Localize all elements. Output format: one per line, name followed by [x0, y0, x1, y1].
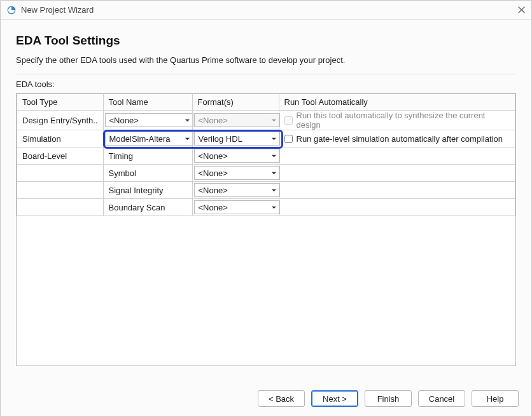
cell-tool-type-empty: [17, 182, 104, 199]
col-header-tool-name: Tool Name: [103, 94, 192, 111]
section-label: EDA tools:: [16, 79, 516, 89]
empty-cell: [279, 165, 515, 182]
close-icon[interactable]: [518, 6, 525, 15]
page-description: Specify the other EDA tools used with th…: [16, 55, 516, 65]
chevron-down-icon: [271, 205, 277, 210]
simulation-toolname-value: ModelSim-Altera: [109, 134, 171, 144]
cell-tool-type-empty: [17, 165, 104, 182]
design-entry-toolname-value: <None>: [109, 116, 139, 125]
empty-cell: [279, 199, 515, 216]
titlebar: New Project Wizard: [1, 1, 531, 20]
separator: [16, 74, 516, 74]
board-boundary-format-select[interactable]: <None>: [194, 200, 280, 214]
design-entry-format-value: <None>: [199, 116, 228, 125]
chevron-down-icon: [185, 118, 190, 123]
wizard-footer: < Back Next > Finish Cancel Help: [1, 381, 531, 416]
simulation-run-cell: Run gate-level simulation automatically …: [279, 134, 515, 144]
board-sub-label: Signal Integrity: [103, 182, 192, 199]
chevron-down-icon: [185, 136, 190, 142]
app-icon: [7, 6, 16, 15]
empty-cell: [279, 147, 515, 165]
wizard-window: New Project Wizard EDA Tool Settings Spe…: [0, 0, 532, 417]
back-button[interactable]: < Back: [258, 390, 305, 407]
board-symbol-format-select[interactable]: <None>: [194, 166, 280, 180]
simulation-run-checkbox[interactable]: [284, 135, 293, 143]
finish-button[interactable]: Finish: [365, 390, 412, 407]
cancel-button[interactable]: Cancel: [418, 390, 465, 407]
row-board-sigint: Signal Integrity <None>: [17, 182, 515, 199]
simulation-format-value: Verilog HDL: [199, 134, 242, 144]
simulation-format-select[interactable]: Verilog HDL: [194, 132, 280, 146]
board-boundary-format-value: <None>: [199, 203, 228, 212]
board-sigint-format-select[interactable]: <None>: [194, 183, 280, 197]
col-header-tool-type: Tool Type: [17, 94, 104, 111]
row-board-timing: Board-Level Timing <None>: [17, 147, 515, 165]
board-sub-label: Timing: [103, 147, 192, 165]
simulation-run-label: Run gate-level simulation automatically …: [297, 134, 503, 144]
content-area: EDA Tool Settings Specify the other EDA …: [1, 20, 531, 381]
col-header-formats: Format(s): [192, 94, 279, 111]
empty-cell: [279, 182, 515, 199]
cell-tool-type-empty: [17, 199, 104, 216]
design-entry-run-cell: Run this tool automatically to synthesiz…: [279, 111, 515, 130]
eda-tools-table: Tool Type Tool Name Format(s) Run Tool A…: [16, 93, 516, 366]
simulation-toolname-select[interactable]: ModelSim-Altera: [105, 132, 193, 146]
next-button[interactable]: Next >: [311, 390, 358, 407]
board-timing-format-value: <None>: [199, 151, 228, 161]
row-design-entry: Design Entry/Synth.. <None> <No: [17, 111, 515, 130]
row-board-symbol: Symbol <None>: [17, 165, 515, 182]
header-row: Tool Type Tool Name Format(s) Run Tool A…: [17, 94, 515, 111]
cell-tool-type: Board-Level: [17, 147, 104, 165]
board-timing-format-select[interactable]: <None>: [194, 149, 280, 163]
design-entry-format-select: <None>: [194, 113, 280, 127]
design-entry-run-label: Run this tool automatically to synthesiz…: [297, 111, 510, 130]
board-sigint-format-value: <None>: [199, 186, 228, 195]
chevron-down-icon: [271, 136, 277, 142]
row-simulation: Simulation ModelSim-Altera Veri: [17, 130, 515, 147]
cell-tool-type: Design Entry/Synth..: [17, 111, 104, 130]
page-title: EDA Tool Settings: [16, 34, 516, 48]
chevron-down-icon: [271, 188, 277, 193]
design-entry-toolname-select[interactable]: <None>: [105, 113, 193, 127]
chevron-down-icon: [271, 118, 277, 123]
design-entry-run-checkbox: [284, 116, 293, 125]
help-button[interactable]: Help: [472, 390, 519, 407]
col-header-run-auto: Run Tool Automatically: [279, 94, 515, 111]
chevron-down-icon: [271, 170, 277, 176]
chevron-down-icon: [271, 153, 277, 159]
board-sub-label: Symbol: [103, 165, 192, 182]
row-board-boundary: Boundary Scan <None>: [17, 199, 515, 216]
cell-tool-type: Simulation: [17, 130, 104, 147]
board-symbol-format-value: <None>: [199, 168, 228, 178]
window-title: New Project Wizard: [21, 5, 94, 15]
board-sub-label: Boundary Scan: [103, 199, 192, 216]
